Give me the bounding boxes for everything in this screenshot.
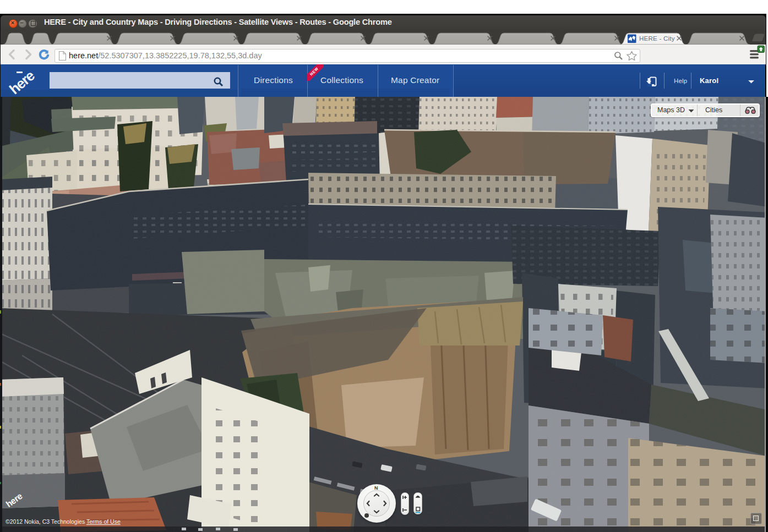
svg-text:HERE - City: HERE - City — [639, 35, 675, 42]
